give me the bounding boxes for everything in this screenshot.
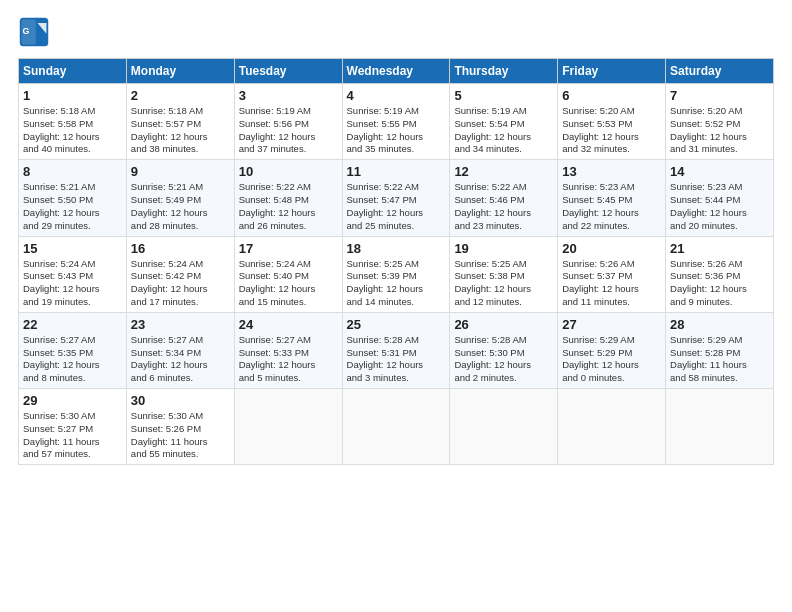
day-number: 24	[239, 317, 338, 332]
cell-line: Daylight: 12 hours	[23, 283, 122, 296]
calendar-cell: 27Sunrise: 5:29 AMSunset: 5:29 PMDayligh…	[558, 312, 666, 388]
cell-line: and 19 minutes.	[23, 296, 122, 309]
page: G SundayMondayTuesdayWednesdayThursdayFr…	[0, 0, 792, 612]
cell-line: Sunrise: 5:26 AM	[670, 258, 769, 271]
cell-line: Daylight: 12 hours	[131, 359, 230, 372]
cell-line: Daylight: 12 hours	[23, 207, 122, 220]
day-number: 11	[347, 164, 446, 179]
cell-line: and 57 minutes.	[23, 448, 122, 461]
cell-line: and 11 minutes.	[562, 296, 661, 309]
cell-line: Sunrise: 5:19 AM	[347, 105, 446, 118]
cell-line: Sunrise: 5:29 AM	[670, 334, 769, 347]
cell-line: Sunrise: 5:29 AM	[562, 334, 661, 347]
calendar-cell: 4Sunrise: 5:19 AMSunset: 5:55 PMDaylight…	[342, 84, 450, 160]
cell-line: and 32 minutes.	[562, 143, 661, 156]
day-number: 10	[239, 164, 338, 179]
week-row-4: 29Sunrise: 5:30 AMSunset: 5:27 PMDayligh…	[19, 389, 774, 465]
day-number: 19	[454, 241, 553, 256]
svg-text:G: G	[22, 26, 29, 36]
cell-line: Daylight: 12 hours	[239, 359, 338, 372]
calendar-cell: 18Sunrise: 5:25 AMSunset: 5:39 PMDayligh…	[342, 236, 450, 312]
cell-line: Sunrise: 5:27 AM	[239, 334, 338, 347]
calendar-cell: 2Sunrise: 5:18 AMSunset: 5:57 PMDaylight…	[126, 84, 234, 160]
cell-line: Daylight: 12 hours	[562, 359, 661, 372]
calendar-cell: 17Sunrise: 5:24 AMSunset: 5:40 PMDayligh…	[234, 236, 342, 312]
calendar-cell: 26Sunrise: 5:28 AMSunset: 5:30 PMDayligh…	[450, 312, 558, 388]
calendar-cell: 30Sunrise: 5:30 AMSunset: 5:26 PMDayligh…	[126, 389, 234, 465]
day-number: 13	[562, 164, 661, 179]
calendar-cell	[558, 389, 666, 465]
column-header-tuesday: Tuesday	[234, 59, 342, 84]
day-number: 28	[670, 317, 769, 332]
logo-icon: G	[18, 16, 50, 48]
cell-line: Daylight: 12 hours	[23, 359, 122, 372]
cell-line: and 15 minutes.	[239, 296, 338, 309]
column-header-thursday: Thursday	[450, 59, 558, 84]
cell-line: and 22 minutes.	[562, 220, 661, 233]
day-number: 18	[347, 241, 446, 256]
cell-line: Sunset: 5:53 PM	[562, 118, 661, 131]
cell-line: Sunrise: 5:30 AM	[131, 410, 230, 423]
column-header-saturday: Saturday	[666, 59, 774, 84]
cell-line: and 38 minutes.	[131, 143, 230, 156]
cell-line: Sunrise: 5:30 AM	[23, 410, 122, 423]
day-number: 7	[670, 88, 769, 103]
cell-line: Sunset: 5:46 PM	[454, 194, 553, 207]
cell-line: Sunrise: 5:22 AM	[454, 181, 553, 194]
cell-line: Sunrise: 5:21 AM	[23, 181, 122, 194]
cell-line: Sunset: 5:31 PM	[347, 347, 446, 360]
day-number: 22	[23, 317, 122, 332]
cell-line: Sunset: 5:36 PM	[670, 270, 769, 283]
cell-line: Daylight: 12 hours	[131, 131, 230, 144]
cell-line: Sunset: 5:52 PM	[670, 118, 769, 131]
cell-line: Sunrise: 5:26 AM	[562, 258, 661, 271]
cell-line: Daylight: 12 hours	[347, 283, 446, 296]
cell-line: Sunset: 5:40 PM	[239, 270, 338, 283]
cell-line: Daylight: 12 hours	[347, 131, 446, 144]
cell-line: Sunrise: 5:24 AM	[239, 258, 338, 271]
cell-line: and 9 minutes.	[670, 296, 769, 309]
day-number: 3	[239, 88, 338, 103]
day-number: 27	[562, 317, 661, 332]
calendar-cell	[666, 389, 774, 465]
cell-line: and 35 minutes.	[347, 143, 446, 156]
header-row: SundayMondayTuesdayWednesdayThursdayFrid…	[19, 59, 774, 84]
calendar-cell: 9Sunrise: 5:21 AMSunset: 5:49 PMDaylight…	[126, 160, 234, 236]
cell-line: and 26 minutes.	[239, 220, 338, 233]
cell-line: Sunrise: 5:19 AM	[454, 105, 553, 118]
cell-line: Sunrise: 5:18 AM	[131, 105, 230, 118]
cell-line: Sunrise: 5:24 AM	[23, 258, 122, 271]
cell-line: and 28 minutes.	[131, 220, 230, 233]
day-number: 25	[347, 317, 446, 332]
day-number: 26	[454, 317, 553, 332]
cell-line: Sunset: 5:49 PM	[131, 194, 230, 207]
column-header-monday: Monday	[126, 59, 234, 84]
calendar-cell: 29Sunrise: 5:30 AMSunset: 5:27 PMDayligh…	[19, 389, 127, 465]
cell-line: Sunrise: 5:20 AM	[670, 105, 769, 118]
calendar-cell: 13Sunrise: 5:23 AMSunset: 5:45 PMDayligh…	[558, 160, 666, 236]
cell-line: and 5 minutes.	[239, 372, 338, 385]
cell-line: Daylight: 12 hours	[670, 283, 769, 296]
cell-line: Sunset: 5:54 PM	[454, 118, 553, 131]
calendar-cell: 6Sunrise: 5:20 AMSunset: 5:53 PMDaylight…	[558, 84, 666, 160]
cell-line: Sunset: 5:45 PM	[562, 194, 661, 207]
cell-line: Daylight: 12 hours	[131, 207, 230, 220]
week-row-3: 22Sunrise: 5:27 AMSunset: 5:35 PMDayligh…	[19, 312, 774, 388]
cell-line: Sunset: 5:28 PM	[670, 347, 769, 360]
cell-line: Sunset: 5:42 PM	[131, 270, 230, 283]
cell-line: Sunset: 5:44 PM	[670, 194, 769, 207]
calendar-cell: 22Sunrise: 5:27 AMSunset: 5:35 PMDayligh…	[19, 312, 127, 388]
cell-line: and 2 minutes.	[454, 372, 553, 385]
calendar-cell: 5Sunrise: 5:19 AMSunset: 5:54 PMDaylight…	[450, 84, 558, 160]
calendar-cell	[234, 389, 342, 465]
week-row-1: 8Sunrise: 5:21 AMSunset: 5:50 PMDaylight…	[19, 160, 774, 236]
cell-line: and 14 minutes.	[347, 296, 446, 309]
cell-line: Sunset: 5:58 PM	[23, 118, 122, 131]
cell-line: and 17 minutes.	[131, 296, 230, 309]
cell-line: Daylight: 12 hours	[454, 359, 553, 372]
cell-line: Sunset: 5:47 PM	[347, 194, 446, 207]
cell-line: Sunrise: 5:25 AM	[454, 258, 553, 271]
cell-line: Daylight: 12 hours	[239, 283, 338, 296]
cell-line: Sunrise: 5:19 AM	[239, 105, 338, 118]
cell-line: Sunrise: 5:25 AM	[347, 258, 446, 271]
